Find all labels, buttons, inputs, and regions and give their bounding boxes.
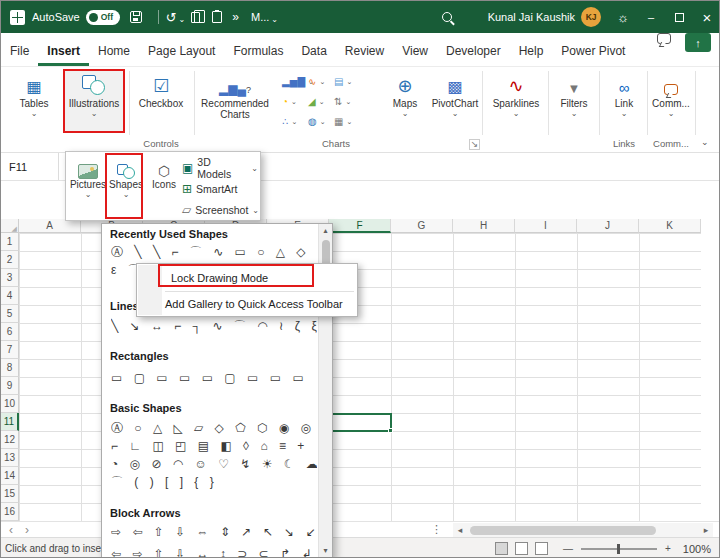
fill-handle[interactable]	[388, 428, 393, 433]
row-header-16[interactable]: 16	[1, 503, 19, 521]
pictures-button[interactable]: Pictures ⌄	[70, 157, 106, 217]
document-menu[interactable]: M...	[251, 11, 269, 23]
row-header-12[interactable]: 12	[1, 431, 19, 449]
clipboard-icon[interactable]	[212, 11, 222, 23]
column-header-j[interactable]: J	[577, 219, 639, 233]
row-header-10[interactable]: 10	[1, 395, 19, 413]
rectangles-shapes-row[interactable]: ▭ ▢ ▭ ▭ ▭ ▢ ▭ ▭ ▭	[111, 370, 317, 386]
tab-file[interactable]: File	[1, 35, 38, 66]
lightbulb-icon[interactable]: ☼	[617, 11, 629, 24]
insert-map-chart-button[interactable]: ◍⌄	[308, 114, 326, 130]
zoom-slider-knob[interactable]	[617, 544, 620, 554]
horizontal-scrollbar[interactable]: ◂ ▸	[453, 523, 713, 537]
3d-models-item[interactable]: ▣ 3D Models ⌄	[182, 157, 258, 178]
insert-scatter-chart-button[interactable]: ∴⌄	[282, 114, 297, 130]
tab-formulas[interactable]: Formulas	[224, 35, 292, 66]
row-header-14[interactable]: 14	[1, 467, 19, 485]
insert-pie-chart-button[interactable]: ◔⌄	[282, 94, 297, 110]
column-header-h[interactable]: H	[453, 219, 515, 233]
smartart-item[interactable]: ⊞ SmartArt	[182, 178, 258, 199]
pivotchart-button[interactable]: ▩ PivotChart ⌄	[428, 71, 482, 133]
comment-button[interactable]: Comm... ⌄	[651, 71, 691, 133]
tab-insert[interactable]: Insert	[38, 35, 89, 66]
basic-shapes-row[interactable]: Ⓐ ○ △ ◺ ▱ ◇ ⬠ ⬡ ◉ ◎	[111, 420, 317, 436]
row-header-3[interactable]: 3	[1, 269, 19, 287]
tab-view[interactable]: View	[393, 35, 437, 66]
tab-help[interactable]: Help	[510, 35, 553, 66]
share-button[interactable]: ↑	[685, 33, 711, 52]
insert-bar-chart-button[interactable]: ▤⌄	[334, 74, 352, 90]
splitter-dots-icon[interactable]: ⋮	[431, 523, 442, 536]
menu-item-lock-drawing-mode[interactable]: Lock Drawing Mode	[137, 267, 357, 289]
lines-shapes-row[interactable]: ╲ ↘ ↔ ⌐ ┐ ∿ ⌒ ◠ ≀ ζ ξ ∿	[111, 318, 317, 334]
maps-button[interactable]: ⊕ Maps ⌄	[384, 71, 426, 133]
sparklines-button[interactable]: ∿ Sparklines ⌄	[488, 71, 544, 133]
minimize-button[interactable]: –	[637, 1, 665, 33]
row-header-1[interactable]: 1	[1, 233, 19, 251]
hscroll-thumb[interactable]	[470, 526, 656, 535]
recently-used-shapes-row[interactable]: Ⓐ ╲ ╲ ⌐ ⌒ ∿ ▭ ○ △ ◇	[111, 244, 317, 260]
scroll-right-icon[interactable]: ▸	[699, 525, 713, 535]
save-icon[interactable]	[130, 11, 142, 23]
row-header-6[interactable]: 6	[1, 323, 19, 341]
row-header-15[interactable]: 15	[1, 485, 19, 503]
tab-developer[interactable]: Developer	[437, 35, 510, 66]
tables-button[interactable]: ▦ Tables ⌄	[9, 71, 59, 133]
row-header-9[interactable]: 9	[1, 377, 19, 395]
illustrations-button[interactable]: Illustrations ⌄	[65, 71, 123, 133]
tab-power-pivot[interactable]: Power Pivot	[552, 35, 634, 66]
copy-icon[interactable]	[191, 12, 200, 23]
search-icon[interactable]	[442, 12, 452, 22]
row-header-4[interactable]: 4	[1, 287, 19, 305]
block-arrows-row[interactable]: ⇨ ⇦ ⇧ ⇩ ⇔ ⇕ ↗ ↖ ↘ ↙ ↰	[111, 524, 317, 540]
row-header-2[interactable]: 2	[1, 251, 19, 269]
comments-icon[interactable]	[657, 33, 671, 44]
screenshot-item[interactable]: ▱ Screenshot ⌄	[182, 199, 258, 220]
link-button[interactable]: ∞ Link ⌄	[604, 71, 644, 133]
scroll-up-icon[interactable]: ▴	[319, 224, 332, 238]
tab-page-layout[interactable]: Page Layout	[139, 35, 224, 66]
maximize-button[interactable]	[665, 1, 693, 33]
close-button[interactable]: ×	[693, 1, 720, 33]
recommended-charts-button[interactable]: ▂▆▄? Recommended Charts	[200, 71, 270, 133]
insert-stock-chart-button[interactable]: ⇅⌄	[334, 94, 351, 110]
page-break-view-button[interactable]	[535, 542, 548, 555]
column-header-a[interactable]: A	[19, 219, 81, 233]
column-header-f[interactable]: F	[329, 219, 391, 233]
row-header-13[interactable]: 13	[1, 449, 19, 467]
undo-chevron-icon[interactable]: ⌄	[179, 15, 186, 24]
selected-cell-f11[interactable]	[329, 413, 392, 432]
undo-icon[interactable]: ↺	[166, 11, 177, 24]
filters-button[interactable]: ▼ Filters ⌄	[553, 71, 595, 133]
tab-data[interactable]: Data	[292, 35, 335, 66]
icons-button[interactable]: ⬡ Icons	[146, 157, 182, 217]
basic-shapes-row[interactable]: ⌒ ( ) [ ] { }	[111, 474, 317, 490]
insert-combo-chart-button[interactable]: ▦⌄	[334, 114, 352, 130]
zoom-level[interactable]: 100%	[683, 543, 711, 555]
zoom-slider[interactable]	[581, 548, 657, 550]
sheet-nav-right-icon[interactable]: ›	[25, 523, 29, 537]
block-arrows-row[interactable]: ⇦ ⇨ ⇧ ⇩ ↔ ↕ ⊃ ⊂ ↱ ↲	[111, 546, 317, 558]
normal-view-button[interactable]	[495, 542, 508, 555]
insert-area-chart-button[interactable]: ◢⌄	[308, 94, 325, 110]
page-layout-view-button[interactable]	[515, 542, 528, 555]
menu-item-add-gallery-to-qat[interactable]: Add Gallery to Quick Access Toolbar	[137, 293, 357, 315]
charts-dialog-launcher[interactable]: ↘	[469, 139, 480, 150]
sheet-nav-left-icon[interactable]: ‹	[9, 523, 13, 537]
insert-line-chart-button[interactable]: ∿⌄	[308, 74, 325, 90]
shapes-button[interactable]: Shapes ⌄	[108, 157, 144, 217]
zoom-in-button[interactable]: +	[665, 543, 671, 554]
tab-home[interactable]: Home	[89, 35, 139, 66]
autosave-toggle[interactable]: Off	[86, 10, 120, 25]
tab-review[interactable]: Review	[336, 35, 393, 66]
collapse-ribbon-chevron-icon[interactable]: ⌄	[701, 137, 709, 147]
column-header-i[interactable]: I	[515, 219, 577, 233]
zoom-out-button[interactable]: —	[563, 543, 573, 554]
scroll-down-icon[interactable]: ▾	[319, 544, 332, 558]
scroll-left-icon[interactable]: ◂	[453, 525, 467, 535]
basic-shapes-row[interactable]: ⌐ ∟ ◫ ◰ ▤ ◧ ◊ ⌂ ≡ +	[111, 438, 317, 454]
row-header-7[interactable]: 7	[1, 341, 19, 359]
select-all-corner[interactable]: ◢	[1, 219, 19, 233]
basic-shapes-row[interactable]: ◔ ◎ ⊘ ◠ ☺ ♡ ↯ ☀ ☾ ☁	[111, 456, 317, 472]
avatar[interactable]: KJ	[581, 7, 601, 27]
